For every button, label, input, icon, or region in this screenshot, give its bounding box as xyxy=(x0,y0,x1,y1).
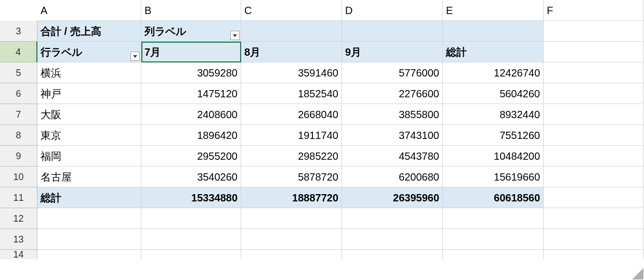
empty-cell[interactable] xyxy=(443,208,544,229)
pivot-col-label-0[interactable]: 7月 xyxy=(141,42,241,62)
empty-cell[interactable] xyxy=(544,250,643,259)
empty-cell[interactable] xyxy=(241,229,342,250)
col-header-E[interactable]: E xyxy=(443,0,544,21)
empty-cell[interactable] xyxy=(342,229,443,250)
pivot-blank xyxy=(342,21,443,42)
pivot-grand-total[interactable]: 15334880 xyxy=(141,187,241,208)
row-header-12[interactable]: 12 xyxy=(0,208,37,229)
pivot-value[interactable]: 2955200 xyxy=(141,146,241,167)
pivot-value[interactable]: 2985220 xyxy=(241,146,342,167)
empty-cell[interactable] xyxy=(443,229,544,250)
pivot-value[interactable]: 3855800 xyxy=(342,104,443,125)
empty-cell[interactable] xyxy=(544,146,643,167)
pivot-grand-total[interactable]: 60618560 xyxy=(443,187,544,208)
pivot-row-label[interactable]: 大阪 xyxy=(37,104,141,125)
row-header-8[interactable]: 8 xyxy=(0,125,37,146)
col-header-C[interactable]: C xyxy=(241,0,342,21)
pivot-row-label[interactable]: 神戸 xyxy=(37,83,141,104)
pivot-value[interactable]: 3540260 xyxy=(141,167,241,187)
empty-cell[interactable] xyxy=(37,229,141,250)
pivot-value[interactable]: 2668040 xyxy=(241,104,342,125)
select-all-corner[interactable] xyxy=(0,0,37,21)
pivot-row-label[interactable]: 東京 xyxy=(37,125,141,146)
pivot-row-label-header[interactable]: 行ラベル xyxy=(37,42,141,62)
pivot-row-label[interactable]: 名古屋 xyxy=(37,167,141,187)
pivot-grand-total-label[interactable]: 総計 xyxy=(37,187,141,208)
pivot-value[interactable]: 1475120 xyxy=(141,83,241,104)
empty-cell[interactable] xyxy=(342,250,443,259)
pivot-value[interactable]: 5776000 xyxy=(342,62,443,83)
col-header-B[interactable]: B xyxy=(141,0,241,21)
pivot-value[interactable]: 10484200 xyxy=(443,146,544,167)
col-header-F[interactable]: F xyxy=(544,0,643,21)
pivot-value[interactable]: 15619660 xyxy=(443,167,544,187)
empty-cell[interactable] xyxy=(241,208,342,229)
empty-cell[interactable] xyxy=(241,250,342,259)
empty-cell[interactable] xyxy=(544,229,643,250)
row-header-14[interactable]: 14 xyxy=(0,250,37,259)
pivot-value[interactable]: 3591460 xyxy=(241,62,342,83)
pivot-value[interactable]: 8932440 xyxy=(443,104,544,125)
empty-cell[interactable] xyxy=(141,250,241,259)
pivot-grand-total[interactable]: 26395960 xyxy=(342,187,443,208)
filter-dropdown-button[interactable] xyxy=(230,31,240,40)
row-header-13[interactable]: 13 xyxy=(0,229,37,250)
pivot-col-label-header[interactable]: 列ラベル xyxy=(141,21,241,42)
pivot-col-grand-total[interactable]: 総計 xyxy=(443,42,544,62)
empty-cell[interactable] xyxy=(37,250,141,259)
empty-cell[interactable] xyxy=(37,208,141,229)
pivot-row-label[interactable]: 福岡 xyxy=(37,146,141,167)
pivot-value-field: 合計 / 売上高 xyxy=(37,21,141,42)
empty-cell[interactable] xyxy=(141,208,241,229)
empty-cell[interactable] xyxy=(544,62,643,83)
pivot-col-label-1[interactable]: 8月 xyxy=(241,42,342,62)
pivot-value[interactable]: 3059280 xyxy=(141,62,241,83)
pivot-blank xyxy=(241,21,342,42)
pivot-value[interactable]: 5604260 xyxy=(443,83,544,104)
pivot-row-label[interactable]: 横浜 xyxy=(37,62,141,83)
row-header-7[interactable]: 7 xyxy=(0,104,37,125)
pivot-value[interactable]: 7551260 xyxy=(443,125,544,146)
pivot-value[interactable]: 1896420 xyxy=(141,125,241,146)
row-header-5[interactable]: 5 xyxy=(0,62,37,83)
pivot-value[interactable]: 3743100 xyxy=(342,125,443,146)
row-header-11[interactable]: 11 xyxy=(0,187,37,208)
col-header-D[interactable]: D xyxy=(342,0,443,21)
empty-cell[interactable] xyxy=(544,104,643,125)
pivot-value[interactable]: 2408600 xyxy=(141,104,241,125)
empty-cell[interactable] xyxy=(342,208,443,229)
empty-cell[interactable] xyxy=(544,42,643,62)
filter-dropdown-button[interactable] xyxy=(130,52,140,61)
pivot-value[interactable]: 1852540 xyxy=(241,83,342,104)
pivot-col-label-2[interactable]: 9月 xyxy=(342,42,443,62)
empty-cell[interactable] xyxy=(544,187,643,208)
empty-cell[interactable] xyxy=(443,250,544,259)
pivot-value[interactable]: 2276600 xyxy=(342,83,443,104)
empty-cell[interactable] xyxy=(544,83,643,104)
row-header-9[interactable]: 9 xyxy=(0,146,37,167)
pivot-value[interactable]: 5878720 xyxy=(241,167,342,187)
pivot-grand-total[interactable]: 18887720 xyxy=(241,187,342,208)
empty-cell[interactable] xyxy=(544,125,643,146)
empty-cell[interactable] xyxy=(544,208,643,229)
pivot-value[interactable]: 12426740 xyxy=(443,62,544,83)
pivot-value[interactable]: 4543780 xyxy=(342,146,443,167)
pivot-blank xyxy=(443,21,544,42)
col-header-A[interactable]: A xyxy=(37,0,141,21)
row-header-6[interactable]: 6 xyxy=(0,83,37,104)
row-header-4[interactable]: 4 xyxy=(0,42,37,62)
row-header-10[interactable]: 10 xyxy=(0,167,37,187)
pivot-value[interactable]: 6200680 xyxy=(342,167,443,187)
row-header-3[interactable]: 3 xyxy=(0,21,37,42)
empty-cell[interactable] xyxy=(544,21,643,42)
empty-cell[interactable] xyxy=(141,229,241,250)
empty-cell[interactable] xyxy=(544,167,643,187)
pivot-value[interactable]: 1911740 xyxy=(241,125,342,146)
